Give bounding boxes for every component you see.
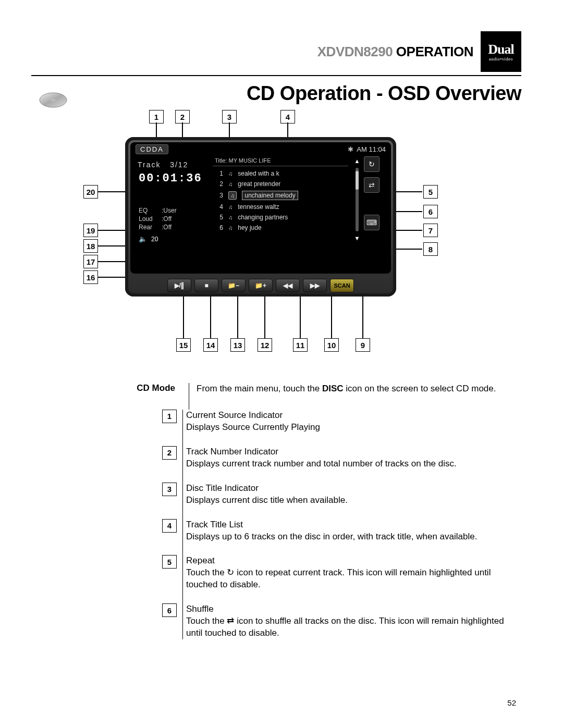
repeat-icon: ↻ bbox=[369, 160, 375, 168]
loud-setting: Loud :Off bbox=[139, 215, 209, 223]
track-list: 1 ♫ sealed with a k 2 ♫ great pretender … bbox=[213, 168, 348, 233]
rewind-button[interactable]: ◀◀ bbox=[276, 279, 300, 292]
stop-icon: ■ bbox=[204, 282, 208, 289]
scan-button[interactable]: SCAN bbox=[330, 279, 354, 292]
scrollbar[interactable]: ▲ ▼ bbox=[352, 156, 362, 243]
track-row[interactable]: 1 ♫ sealed with a k bbox=[213, 168, 348, 179]
desc-item: 3 Disc Title IndicatorDisplays current d… bbox=[115, 483, 521, 507]
disc-title: Title: MY MUSIC LIFE bbox=[213, 156, 348, 166]
callout-8: 8 bbox=[423, 242, 438, 256]
callout-7: 7 bbox=[423, 224, 438, 237]
svg-point-1 bbox=[51, 99, 56, 102]
note-icon: ♫ bbox=[228, 204, 232, 210]
folder-up-button[interactable]: 📁+ bbox=[249, 279, 273, 292]
osd-diagram: 1 2 3 4 20 19 18 17 16 5 6 7 8 15 14 13 … bbox=[31, 105, 521, 371]
callout-14: 14 bbox=[203, 338, 218, 352]
desc-mode-label: CD Mode bbox=[115, 383, 182, 393]
desc-item: 6 ShuffleTouch the ⇄ icon to shuffle all… bbox=[115, 603, 521, 639]
callout-6: 6 bbox=[423, 205, 438, 218]
page-number: 52 bbox=[507, 698, 516, 707]
note-icon: ♫ bbox=[228, 170, 232, 177]
track-row[interactable]: 2 ♫ great pretender bbox=[213, 179, 348, 189]
scroll-up-icon[interactable]: ▲ bbox=[352, 156, 362, 166]
shuffle-button[interactable]: ⇄ bbox=[364, 177, 380, 193]
callout-2: 2 bbox=[175, 110, 190, 124]
note-icon: ♫ bbox=[228, 214, 232, 220]
stop-button[interactable]: ■ bbox=[194, 279, 218, 292]
repeat-button[interactable]: ↻ bbox=[364, 156, 380, 172]
track-row-selected[interactable]: 3 ♫ unchained melody bbox=[213, 189, 348, 202]
elapsed-time: 00:01:36 bbox=[139, 172, 209, 185]
track-row[interactable]: 6 ♫ hey jude bbox=[213, 223, 348, 233]
callout-18: 18 bbox=[83, 239, 98, 253]
callout-16: 16 bbox=[83, 270, 98, 284]
desc-item-num: 2 bbox=[162, 446, 177, 460]
volume-indicator: 🔈 20 bbox=[139, 235, 209, 243]
desc-item-num: 1 bbox=[162, 410, 177, 423]
scroll-down-icon[interactable]: ▼ bbox=[352, 233, 362, 243]
model-number: XDVDN8290 bbox=[317, 44, 393, 59]
folder-down-button[interactable]: 📁− bbox=[222, 279, 246, 292]
desc-item: 5 RepeatTouch the ↻ icon to repeat curre… bbox=[115, 555, 521, 591]
header-operation: OPERATION bbox=[396, 44, 473, 59]
folder-minus-icon: 📁− bbox=[228, 282, 239, 289]
rear-setting: Rear :Off bbox=[139, 224, 209, 231]
fast-forward-button[interactable]: ▶▶ bbox=[303, 279, 327, 292]
eq-setting: EQ :User bbox=[139, 207, 209, 214]
note-icon: ♫ bbox=[228, 225, 232, 231]
source-mode-label: CDDA bbox=[136, 144, 168, 154]
clock: AM 11:04 bbox=[357, 145, 386, 153]
callout-17: 17 bbox=[83, 255, 98, 268]
callout-9: 9 bbox=[356, 338, 370, 352]
page-title: CD Operation - OSD Overview bbox=[247, 82, 521, 105]
note-icon: ♫ bbox=[228, 181, 232, 187]
callout-1: 1 bbox=[149, 110, 164, 124]
callout-19: 19 bbox=[83, 224, 98, 237]
desc-item-num: 3 bbox=[162, 483, 177, 496]
shuffle-icon: ⇄ bbox=[369, 181, 375, 189]
bluetooth-icon: ✱ bbox=[348, 145, 353, 153]
header-title: XDVDN8290 OPERATION bbox=[317, 44, 473, 60]
desc-item: 4 Track Title ListDisplays up to 6 track… bbox=[115, 519, 521, 543]
osd-device: CDDA ✱ AM 11:04 Track 3/12 00:01:36 bbox=[125, 137, 396, 297]
desc-item-num: 5 bbox=[162, 555, 177, 569]
callout-3: 3 bbox=[222, 110, 237, 124]
speaker-icon: 🔈 bbox=[139, 235, 147, 243]
track-row[interactable]: 4 ♫ tennesse waltz bbox=[213, 202, 348, 212]
callout-12: 12 bbox=[258, 338, 272, 352]
callout-10: 10 bbox=[324, 338, 339, 352]
note-icon: ♫ bbox=[228, 191, 237, 200]
keyboard-button[interactable]: ⌨ bbox=[364, 215, 380, 230]
brand-name: Dual bbox=[488, 42, 513, 57]
track-counter: Track 3/12 bbox=[138, 161, 209, 169]
track-row[interactable]: 5 ♫ changing partners bbox=[213, 212, 348, 223]
folder-plus-icon: 📁+ bbox=[255, 282, 266, 289]
callout-11: 11 bbox=[293, 338, 308, 352]
callout-4: 4 bbox=[280, 110, 295, 124]
fast-forward-icon: ▶▶ bbox=[310, 282, 320, 289]
callout-5: 5 bbox=[423, 185, 438, 199]
play-pause-icon: ▶/ǁ bbox=[175, 282, 184, 289]
play-pause-button[interactable]: ▶/ǁ bbox=[167, 279, 191, 292]
brand-tagline: audio•video bbox=[489, 56, 513, 61]
brand-logo: Dual audio•video bbox=[481, 31, 521, 72]
callout-13: 13 bbox=[230, 338, 245, 352]
desc-item-num: 6 bbox=[162, 603, 177, 617]
rewind-icon: ◀◀ bbox=[283, 282, 292, 289]
description-section: CD Mode From the main menu, touch the DI… bbox=[31, 383, 521, 410]
callout-20: 20 bbox=[83, 185, 98, 199]
desc-item: 1 Current Source IndicatorDisplays Sourc… bbox=[115, 410, 521, 434]
desc-item-num: 4 bbox=[162, 519, 177, 533]
divider bbox=[31, 75, 521, 76]
desc-item: 2 Track Number IndicatorDisplays current… bbox=[115, 446, 521, 470]
keyboard-icon: ⌨ bbox=[366, 218, 377, 227]
callout-15: 15 bbox=[176, 338, 191, 352]
desc-mode-text: From the main menu, touch the DISC icon … bbox=[197, 383, 521, 395]
